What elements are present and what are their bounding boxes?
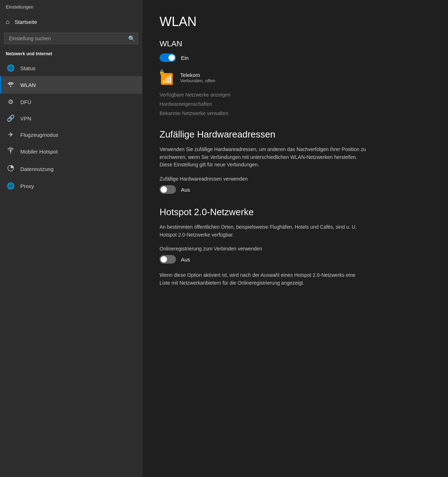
proxy-icon: 🌐 bbox=[7, 182, 15, 190]
sidebar-item-label-daten: Datennutzung bbox=[20, 166, 53, 172]
hotspot-toggle-value: Aus bbox=[181, 256, 190, 263]
wlan-toggle-row: Ein bbox=[160, 53, 431, 62]
network-icon-wrap: 🔒 📶 bbox=[160, 70, 175, 85]
search-button[interactable]: 🔍 bbox=[128, 35, 135, 42]
sidebar-item-wlan[interactable]: WLAN bbox=[0, 76, 142, 94]
svg-point-0 bbox=[10, 150, 12, 152]
sidebar-item-label-status: Status bbox=[20, 65, 36, 71]
hotspot-title: Hotspot 2.0-Netzwerke bbox=[160, 207, 431, 218]
link-available-networks[interactable]: Verfügbare Netzwerke anzeigen bbox=[160, 92, 431, 98]
sidebar-item-label-flugzeug: Flugzeugmodus bbox=[20, 132, 58, 138]
hotspot-toggle[interactable] bbox=[160, 255, 176, 264]
hotspot-toggle-label: Onlineregistrierung zum Verbinden verwen… bbox=[160, 246, 431, 252]
sidebar-item-label-proxy: Proxy bbox=[20, 183, 34, 189]
wlan-toggle-knob bbox=[168, 55, 175, 61]
sidebar-item-hotspot[interactable]: Mobiler Hotspot bbox=[0, 143, 142, 160]
network-status: Verbunden, offen bbox=[180, 78, 215, 83]
sidebar-item-vpn[interactable]: 🔗 VPN bbox=[0, 110, 142, 126]
hotspot-toggle-row: Aus bbox=[160, 255, 431, 264]
flugzeug-icon: ✈ bbox=[7, 131, 15, 139]
home-label: Startseite bbox=[15, 19, 37, 25]
random-hw-desc: Verwenden Sie zufällige Hardwareadressen… bbox=[160, 146, 366, 169]
sidebar-item-label-wlan: WLAN bbox=[20, 82, 36, 88]
hotspot-icon bbox=[7, 147, 15, 156]
dfu-icon: ⚙ bbox=[7, 98, 15, 106]
hotspot-footer-desc: Wenn diese Option aktiviert ist, wird na… bbox=[160, 271, 366, 287]
sidebar-item-proxy[interactable]: 🌐 Proxy bbox=[0, 178, 142, 194]
random-hw-toggle-label: Zufällige Hardwareadressen verwenden bbox=[160, 176, 431, 182]
network-item[interactable]: 🔒 📶 Telekom Verbunden, offen bbox=[160, 70, 431, 85]
network-name: Telekom bbox=[180, 72, 215, 78]
shield-icon: 🔒 bbox=[159, 69, 165, 75]
page-title: WLAN bbox=[160, 14, 431, 29]
sidebar-item-status[interactable]: 🌐 Status bbox=[0, 60, 142, 76]
sidebar-item-daten[interactable]: Datennutzung bbox=[0, 160, 142, 178]
daten-icon bbox=[7, 165, 15, 173]
sidebar-item-label-dfu: DFÜ bbox=[20, 99, 31, 105]
hotspot-toggle-knob bbox=[161, 256, 167, 263]
wlan-section-title: WLAN bbox=[160, 39, 431, 48]
random-hw-title: Zufällige Hardwareadressen bbox=[160, 129, 431, 140]
search-input[interactable] bbox=[4, 33, 138, 44]
sidebar-item-dfu[interactable]: ⚙ DFÜ bbox=[0, 94, 142, 110]
random-hw-toggle-knob bbox=[161, 186, 167, 193]
link-hardware-properties[interactable]: Hardwareeigenschaften bbox=[160, 101, 431, 107]
sidebar-nav: 🌐 Status WLAN ⚙ DFÜ 🔗 VPN ✈ Flugzeugmodu… bbox=[0, 60, 142, 194]
wlan-toggle[interactable] bbox=[160, 53, 176, 62]
random-hw-toggle[interactable] bbox=[160, 185, 176, 194]
hotspot-desc: An bestimmten öffentlichen Orten, beispi… bbox=[160, 223, 366, 239]
link-known-networks[interactable]: Bekannte Netzwerke verwalten bbox=[160, 110, 431, 116]
sidebar: Einstellungen ⌂ Startseite 🔍 Netzwerk un… bbox=[0, 0, 142, 477]
sidebar-item-flugzeug[interactable]: ✈ Flugzeugmodus bbox=[0, 126, 142, 143]
wlan-icon bbox=[7, 81, 15, 89]
sidebar-home-button[interactable]: ⌂ Startseite bbox=[0, 13, 142, 31]
app-title: Einstellungen bbox=[0, 0, 142, 13]
section-label: Netzwerk und Internet bbox=[0, 49, 142, 60]
random-hw-toggle-row: Aus bbox=[160, 185, 431, 194]
sidebar-item-label-vpn: VPN bbox=[20, 115, 31, 121]
home-icon: ⌂ bbox=[6, 18, 10, 26]
main-content: WLAN WLAN Ein 🔒 📶 Telekom Verbunden, off… bbox=[142, 0, 448, 477]
status-icon: 🌐 bbox=[7, 64, 15, 72]
network-info: Telekom Verbunden, offen bbox=[180, 72, 215, 83]
wlan-toggle-label: Ein bbox=[181, 55, 189, 61]
random-hw-toggle-value: Aus bbox=[181, 187, 190, 193]
sidebar-item-label-hotspot: Mobiler Hotspot bbox=[20, 149, 58, 155]
vpn-icon: 🔗 bbox=[7, 114, 15, 122]
search-container: 🔍 bbox=[4, 33, 138, 44]
